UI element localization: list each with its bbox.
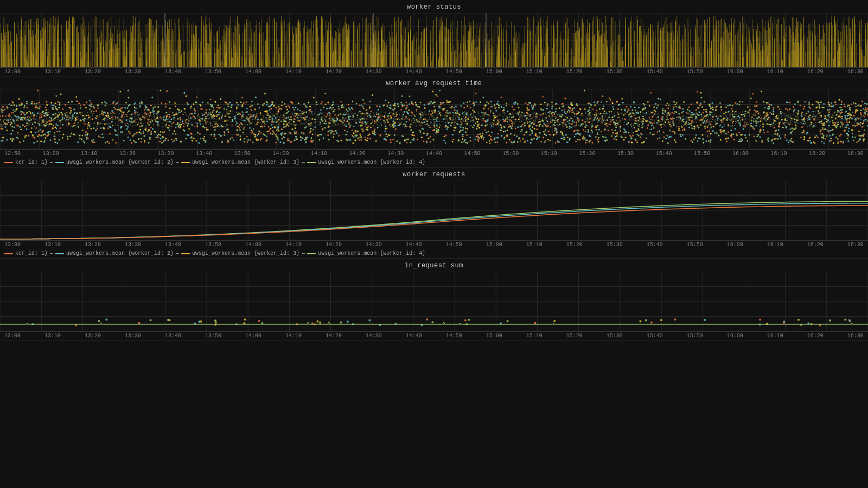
worker-requests-time-axis: 13:00 13:10 13:20 13:30 13:40 13:50 14:0… bbox=[0, 240, 868, 249]
in-request-sum-panel: in_request sum 13:00 13:10 13:20 13:30 1… bbox=[0, 259, 868, 341]
worker-requests-panel: worker requests 13:00 13:10 13:20 13:30 … bbox=[0, 168, 868, 259]
legend-item-4: uwsgi_workers.mean {worker_id: 4} bbox=[307, 159, 425, 165]
worker-avg-title: worker avg request time bbox=[0, 76, 868, 89]
legend-item-2: uwsgi_workers.mean {worker_id: 2} bbox=[55, 159, 174, 165]
legend-label-1: ker_id: 1} bbox=[15, 159, 48, 165]
legend-req-item-2: uwsgi_workers.mean {worker_id: 2} bbox=[55, 251, 174, 256]
worker-avg-legend: ker_id: 1} — uwsgi_workers.mean {worker_… bbox=[0, 158, 868, 167]
in-request-sum-time-axis: 13:00 13:10 13:20 13:30 13:40 13:50 14:0… bbox=[0, 331, 868, 340]
worker-avg-time-axis: 12:50 13:00 13:10 13:20 13:30 13:40 13:5… bbox=[0, 149, 868, 158]
worker-avg-canvas bbox=[0, 89, 868, 149]
legend-req-label-3: uwsgi_workers.mean {worker_id: 3} bbox=[192, 251, 299, 256]
legend-req-item-4: uwsgi_workers.mean {worker_id: 4} bbox=[307, 251, 425, 256]
legend-req-item-1: ker_id: 1} bbox=[4, 251, 48, 256]
worker-requests-canvas bbox=[0, 181, 868, 240]
worker-status-title: worker status bbox=[0, 0, 868, 13]
legend-item-3: uwsgi_workers.mean {worker_id: 3} bbox=[181, 159, 299, 165]
legend-label-4: uwsgi_workers.mean {worker_id: 4} bbox=[318, 159, 425, 165]
legend-req-label-2: uwsgi_workers.mean {worker_id: 2} bbox=[66, 251, 174, 256]
legend-req-color-3 bbox=[181, 253, 190, 254]
legend-req-color-1 bbox=[4, 253, 13, 254]
in-request-sum-canvas bbox=[0, 272, 868, 331]
worker-requests-legend: ker_id: 1} — uwsgi_workers.mean {worker_… bbox=[0, 249, 868, 258]
worker-requests-chart bbox=[0, 181, 868, 240]
worker-status-canvas bbox=[0, 13, 868, 67]
legend-item-1: ker_id: 1} bbox=[4, 159, 48, 165]
worker-status-panel: worker status 13:00 13:10 13:20 13:30 13… bbox=[0, 0, 868, 76]
legend-label-3: uwsgi_workers.mean {worker_id: 3} bbox=[192, 159, 299, 165]
legend-req-color-2 bbox=[55, 253, 64, 254]
legend-req-label-1: ker_id: 1} bbox=[15, 251, 48, 256]
worker-status-time-axis: 13:00 13:10 13:20 13:30 13:40 13:50 14:0… bbox=[0, 67, 868, 76]
legend-req-color-4 bbox=[307, 253, 316, 254]
worker-avg-chart bbox=[0, 89, 868, 149]
in-request-sum-title: in_request sum bbox=[0, 259, 868, 272]
worker-avg-request-time-panel: worker avg request time 12:50 13:00 13:1… bbox=[0, 76, 868, 168]
legend-color-1 bbox=[4, 162, 13, 163]
worker-status-chart bbox=[0, 13, 868, 67]
legend-color-2 bbox=[55, 162, 64, 163]
legend-color-3 bbox=[181, 162, 190, 163]
legend-color-4 bbox=[307, 162, 316, 163]
legend-req-item-3: uwsgi_workers.mean {worker_id: 3} bbox=[181, 251, 299, 256]
legend-req-label-4: uwsgi_workers.mean {worker_id: 4} bbox=[318, 251, 425, 256]
in-request-sum-chart bbox=[0, 272, 868, 331]
worker-requests-title: worker requests bbox=[0, 168, 868, 181]
legend-label-2: uwsgi_workers.mean {worker_id: 2} bbox=[66, 159, 174, 165]
